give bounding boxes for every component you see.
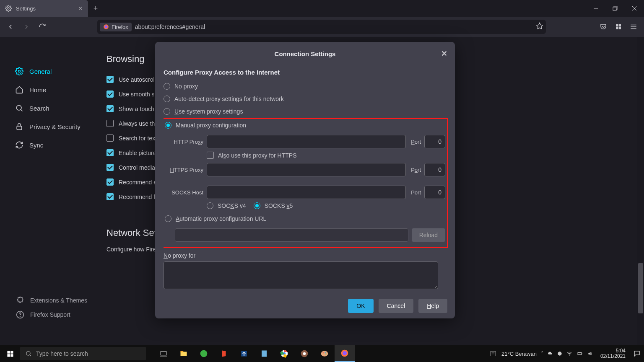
close-icon[interactable]: ✕ bbox=[437, 47, 451, 60]
radio-system[interactable]: Use system proxy settings bbox=[164, 105, 447, 118]
app-icon-2[interactable] bbox=[234, 345, 254, 362]
port-label: Port bbox=[411, 189, 421, 196]
pocket-icon[interactable] bbox=[596, 20, 610, 34]
identity-badge[interactable]: Firefox bbox=[100, 23, 132, 31]
svg-point-37 bbox=[303, 352, 306, 355]
sync-icon bbox=[15, 141, 23, 149]
menu-icon[interactable] bbox=[626, 20, 641, 34]
wifi-icon[interactable] bbox=[566, 351, 573, 357]
url-bar[interactable]: Firefox about:preferences#general bbox=[97, 20, 546, 34]
svg-rect-49 bbox=[578, 353, 582, 355]
app-tray-icon[interactable] bbox=[557, 351, 563, 357]
https-port-input[interactable] bbox=[424, 163, 445, 176]
reload-button[interactable] bbox=[35, 20, 49, 34]
new-tab-button[interactable]: + bbox=[88, 0, 103, 17]
checkbox[interactable] bbox=[106, 120, 114, 127]
system-tray: 21°C Berawan ˄ 5:04 02/11/2021 bbox=[486, 348, 644, 359]
chrome-icon[interactable] bbox=[274, 345, 294, 362]
chevron-up-icon[interactable]: ˄ bbox=[541, 351, 543, 357]
clock[interactable]: 5:04 02/11/2021 bbox=[600, 348, 626, 359]
radio-auto-url[interactable]: Automatic proxy configuration URL bbox=[165, 212, 445, 225]
weather-text[interactable]: 21°C Berawan bbox=[501, 351, 537, 357]
svg-point-15 bbox=[18, 70, 21, 72]
radio-socks4[interactable]: SOCKS v4 bbox=[207, 202, 246, 209]
svg-marker-7 bbox=[537, 23, 543, 29]
news-icon[interactable] bbox=[489, 350, 497, 357]
cancel-button[interactable]: Cancel bbox=[379, 299, 414, 313]
no-proxy-for-input[interactable] bbox=[164, 261, 438, 289]
http-proxy-input[interactable] bbox=[207, 135, 406, 148]
socks-port-input[interactable] bbox=[424, 186, 445, 199]
svg-rect-8 bbox=[616, 24, 618, 26]
checkbox[interactable] bbox=[106, 193, 114, 200]
checkbox[interactable] bbox=[106, 164, 114, 171]
sidebar-item-home[interactable]: Home bbox=[15, 80, 96, 99]
taskbar: Type here to search 21°C Berawan ˄ 5:04 … bbox=[0, 345, 644, 362]
socks-host-input[interactable] bbox=[207, 186, 406, 199]
sidebar-support[interactable]: Firefox Support bbox=[16, 308, 87, 322]
svg-point-20 bbox=[20, 316, 21, 317]
ok-button[interactable]: OK bbox=[348, 299, 373, 313]
navbar: Firefox about:preferences#general bbox=[0, 17, 644, 37]
paint-icon[interactable] bbox=[314, 345, 335, 362]
page-scrollbar[interactable] bbox=[637, 37, 644, 345]
http-port-input[interactable] bbox=[424, 135, 445, 148]
radio-manual[interactable]: Manual proxy configuration bbox=[165, 119, 445, 132]
start-button[interactable] bbox=[0, 345, 20, 362]
svg-point-41 bbox=[325, 354, 327, 355]
auto-config-url-input[interactable] bbox=[175, 228, 408, 242]
forward-button[interactable] bbox=[19, 20, 34, 34]
sidebar-item-privacy[interactable]: Privacy & Security bbox=[15, 117, 96, 136]
taskbar-search[interactable]: Type here to search bbox=[20, 347, 146, 360]
checkbox[interactable] bbox=[106, 76, 114, 83]
minimize-button[interactable] bbox=[586, 0, 605, 17]
home-icon bbox=[15, 85, 23, 94]
radio-no-proxy[interactable]: No proxy bbox=[164, 80, 447, 93]
onedrive-icon[interactable] bbox=[547, 351, 553, 356]
checkbox[interactable] bbox=[106, 90, 114, 98]
extensions-icon[interactable] bbox=[611, 20, 626, 34]
help-button[interactable]: Help bbox=[418, 299, 447, 313]
office-icon[interactable] bbox=[214, 345, 234, 362]
connection-settings-dialog: Connection Settings ✕ Configure Proxy Ac… bbox=[155, 42, 455, 318]
firefox-icon[interactable] bbox=[335, 345, 355, 362]
explorer-icon[interactable] bbox=[174, 345, 194, 362]
svg-rect-44 bbox=[491, 352, 496, 356]
svg-rect-18 bbox=[17, 126, 22, 129]
svg-line-26 bbox=[30, 355, 31, 356]
window-controls bbox=[586, 0, 644, 17]
bookmark-star-icon[interactable] bbox=[536, 22, 543, 31]
task-view-icon[interactable] bbox=[153, 345, 174, 362]
dialog-scroll[interactable]: Configure Proxy Access to the Internet N… bbox=[164, 65, 449, 293]
checkbox[interactable] bbox=[106, 149, 114, 156]
checkbox[interactable] bbox=[106, 105, 114, 112]
svg-point-43 bbox=[343, 351, 347, 355]
sidebar-extensions[interactable]: Extensions & Themes bbox=[16, 293, 87, 308]
svg-rect-22 bbox=[10, 351, 13, 353]
close-icon[interactable]: ✕ bbox=[78, 5, 83, 12]
svg-rect-21 bbox=[7, 351, 10, 353]
radio-socks5[interactable]: SOCKS v5 bbox=[254, 202, 293, 209]
notifications-icon[interactable] bbox=[633, 350, 641, 357]
notepad-icon[interactable] bbox=[254, 345, 274, 362]
radio-auto-detect[interactable]: Auto-detect proxy settings for this netw… bbox=[164, 93, 447, 105]
svg-rect-29 bbox=[181, 352, 187, 357]
dialog-header: Connection Settings ✕ bbox=[155, 42, 455, 65]
sidebar-item-search[interactable]: Search bbox=[15, 99, 96, 117]
also-use-https-checkbox[interactable]: Also use this proxy for HTTPS bbox=[207, 152, 445, 159]
sidebar-item-general[interactable]: General bbox=[15, 62, 96, 80]
checkbox[interactable] bbox=[106, 134, 114, 142]
app-icon-1[interactable] bbox=[194, 345, 214, 362]
maximize-button[interactable] bbox=[605, 0, 625, 17]
sidebar-item-sync[interactable]: Sync bbox=[15, 136, 96, 154]
close-window-button[interactable] bbox=[625, 0, 644, 17]
volume-icon[interactable] bbox=[587, 351, 594, 357]
reload-button[interactable]: Reload bbox=[412, 228, 445, 242]
help-icon bbox=[16, 310, 24, 319]
browser-tab[interactable]: Settings ✕ bbox=[0, 0, 88, 17]
battery-icon[interactable] bbox=[576, 351, 584, 356]
https-proxy-input[interactable] bbox=[207, 163, 406, 176]
back-button[interactable] bbox=[3, 20, 18, 34]
chrome-canary-icon[interactable] bbox=[294, 345, 314, 362]
checkbox[interactable] bbox=[106, 178, 114, 186]
